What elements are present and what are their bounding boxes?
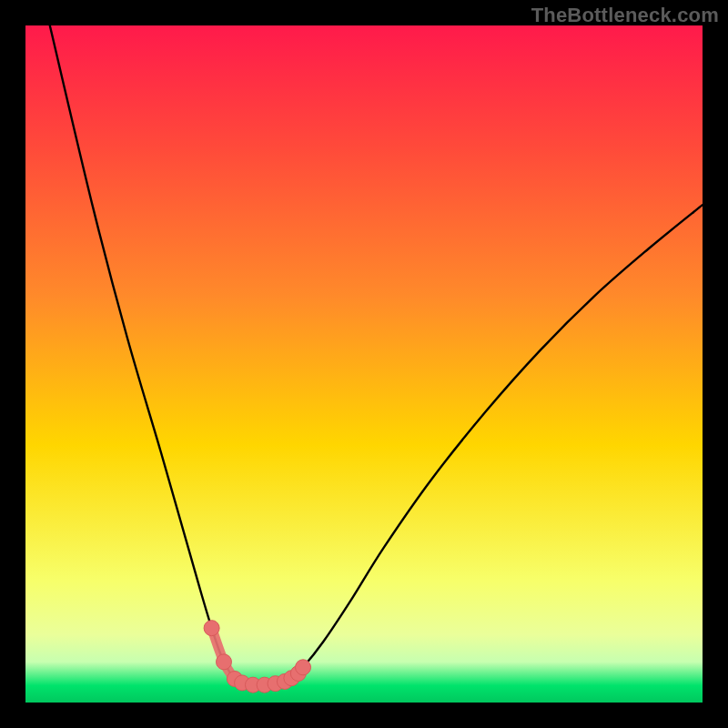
marker-point <box>204 621 219 636</box>
chart-frame: TheBottleneck.com <box>0 0 728 728</box>
curve-layer <box>25 25 703 703</box>
marker-point <box>216 654 231 670</box>
bottleneck-curve <box>50 25 703 685</box>
watermark-text: TheBottleneck.com <box>531 4 719 27</box>
marker-point <box>296 660 311 675</box>
plot-area <box>25 25 703 703</box>
